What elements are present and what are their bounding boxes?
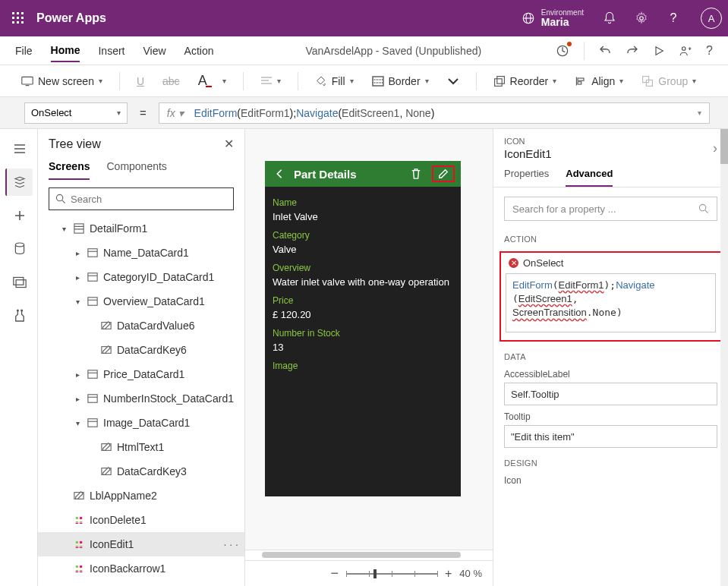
chevron-icon[interactable]: ▾ bbox=[73, 419, 82, 427]
formula-expand-icon[interactable]: ▾ bbox=[698, 109, 701, 117]
zoom-bar: − + 40 % bbox=[245, 560, 493, 586]
props-search[interactable]: Search for a property ... bbox=[504, 197, 717, 221]
zoom-slider[interactable] bbox=[346, 573, 437, 575]
help-icon[interactable]: ? bbox=[666, 11, 681, 26]
props-tab-advanced[interactable]: Advanced bbox=[566, 168, 613, 187]
edit-icon[interactable] bbox=[435, 169, 452, 179]
tree-item-IconDelete1[interactable]: IconDelete1 bbox=[38, 508, 244, 532]
align-button[interactable]: Align▾ bbox=[569, 72, 629, 90]
font-color-button[interactable]: A▾ bbox=[192, 70, 232, 92]
tree-tab-screens[interactable]: Screens bbox=[49, 160, 90, 180]
more-format-button[interactable] bbox=[441, 74, 465, 89]
more-icon[interactable]: · · · bbox=[224, 538, 238, 550]
canvas-h-scrollbar[interactable] bbox=[245, 550, 493, 560]
chevron-icon[interactable]: ▾ bbox=[59, 225, 68, 233]
svg-point-41 bbox=[80, 517, 83, 520]
fill-label: Fill bbox=[332, 75, 345, 87]
help-menu-icon[interactable]: ? bbox=[706, 44, 713, 58]
menu-view[interactable]: View bbox=[143, 40, 165, 61]
tree-search-input[interactable] bbox=[71, 194, 227, 205]
property-dropdown[interactable]: OnSelect ▾ bbox=[24, 102, 128, 124]
environment-picker[interactable]: Environment Maria bbox=[522, 8, 584, 28]
props-v-scrollbar[interactable] bbox=[720, 129, 728, 586]
play-icon[interactable] bbox=[653, 45, 665, 57]
user-avatar[interactable]: A bbox=[701, 8, 722, 29]
redo-icon[interactable] bbox=[626, 44, 639, 58]
tree-item-IconBackarrow1[interactable]: IconBackarrow1 bbox=[38, 556, 244, 581]
chevron-icon[interactable]: ▾ bbox=[73, 298, 82, 306]
props-expand-icon[interactable]: › bbox=[713, 140, 717, 156]
tree-item-label: NumberInStock_DataCard1 bbox=[103, 392, 244, 405]
menu-home[interactable]: Home bbox=[51, 39, 80, 62]
align-text-button[interactable]: ▾ bbox=[254, 73, 287, 90]
app-checker-icon[interactable] bbox=[555, 43, 570, 58]
menu-insert[interactable]: Insert bbox=[98, 40, 124, 61]
zoom-out-icon[interactable]: − bbox=[331, 566, 339, 581]
svg-point-27 bbox=[56, 194, 62, 200]
rail-media-icon[interactable] bbox=[5, 269, 33, 296]
undo-icon[interactable] bbox=[598, 44, 612, 58]
rail-data-icon[interactable] bbox=[5, 235, 33, 263]
tree-item-HtmlText1[interactable]: HtmlText1 bbox=[38, 435, 244, 459]
tree-item-DataCardKey6[interactable]: DataCardKey6 bbox=[38, 338, 244, 362]
onselect-editor[interactable]: EditForm(EditForm1);Navigate(EditScreen1… bbox=[506, 273, 716, 332]
chevron-icon[interactable]: ▸ bbox=[73, 273, 82, 282]
tree-tab-components[interactable]: Components bbox=[106, 160, 166, 180]
notifications-icon[interactable] bbox=[602, 11, 617, 26]
rail-hamburger-icon[interactable] bbox=[5, 135, 33, 162]
app-header: Power Apps Environment Maria ? A bbox=[0, 0, 728, 36]
tree-item-Name_DataCard1[interactable]: ▸Name_DataCard1 bbox=[38, 241, 244, 265]
chevron-icon[interactable]: ▸ bbox=[73, 249, 82, 257]
tree-close-icon[interactable]: ✕ bbox=[224, 137, 234, 151]
control-icon bbox=[100, 344, 112, 356]
border-button[interactable]: Border▾ bbox=[366, 72, 435, 90]
reorder-label: Reorder bbox=[510, 75, 549, 87]
rail-advanced-icon[interactable] bbox=[5, 302, 33, 329]
tree-item-NumberInStock_DataCard1[interactable]: ▸NumberInStock_DataCard1 bbox=[38, 386, 244, 411]
tree-item-label: IconEdit1 bbox=[90, 538, 224, 550]
accessiblelabel-input[interactable]: Self.Tooltip bbox=[504, 383, 717, 405]
tree-item-RectQuickActionBar2[interactable]: RectQuickActionBar2 bbox=[38, 581, 244, 586]
rail-treeview-icon[interactable] bbox=[5, 169, 33, 196]
app-launcher-icon[interactable] bbox=[6, 6, 30, 30]
settings-icon[interactable] bbox=[634, 11, 649, 26]
svg-point-11 bbox=[640, 17, 644, 20]
chevron-icon[interactable]: ▸ bbox=[73, 395, 82, 403]
new-screen-button[interactable]: New screen ▾ bbox=[15, 72, 109, 90]
back-icon[interactable] bbox=[271, 169, 288, 179]
menu-file[interactable]: File bbox=[15, 40, 33, 61]
group-button[interactable]: Group▾ bbox=[635, 72, 702, 90]
rail-insert-icon[interactable] bbox=[5, 202, 33, 229]
new-screen-label: New screen bbox=[38, 75, 94, 87]
tree-item-Price_DataCard1[interactable]: ▸Price_DataCard1 bbox=[38, 362, 244, 386]
align-label: Align bbox=[591, 75, 615, 87]
tree-item-CategoryID_DataCard1[interactable]: ▸CategoryID_DataCard1 bbox=[38, 265, 244, 289]
formula-input[interactable]: fx ▾ EditForm(EditForm1);Navigate(EditSc… bbox=[159, 102, 710, 124]
tree-item-Overview_DataCard1[interactable]: ▾Overview_DataCard1 bbox=[38, 289, 244, 313]
props-tab-properties[interactable]: Properties bbox=[504, 168, 549, 187]
zoom-in-icon[interactable]: + bbox=[445, 567, 452, 581]
props-type-label: ICON bbox=[504, 137, 552, 146]
zoom-value: 40 % bbox=[459, 568, 482, 579]
reorder-button[interactable]: Reorder▾ bbox=[487, 72, 563, 90]
tree-item-DataCardKey3[interactable]: DataCardKey3 bbox=[38, 459, 244, 484]
share-icon[interactable] bbox=[679, 44, 692, 58]
tree-item-LblAppName2[interactable]: LblAppName2 bbox=[38, 484, 244, 508]
screen-title: Part Details bbox=[294, 168, 402, 181]
svg-rect-15 bbox=[373, 77, 383, 86]
underline-button[interactable]: U bbox=[131, 72, 150, 90]
tree-item-IconEdit1[interactable]: IconEdit1· · · bbox=[38, 532, 244, 556]
delete-icon[interactable] bbox=[408, 168, 424, 180]
tree-search[interactable] bbox=[49, 187, 234, 210]
tree-item-Image_DataCard1[interactable]: ▾Image_DataCard1 bbox=[38, 411, 244, 435]
tree-item-DetailForm1[interactable]: ▾DetailForm1 bbox=[38, 216, 244, 241]
tooltip-input[interactable]: "Edit this item" bbox=[504, 425, 717, 448]
chevron-icon[interactable]: ▸ bbox=[73, 370, 82, 379]
strikethrough-button[interactable]: abc bbox=[156, 72, 186, 90]
group-label: Group bbox=[658, 75, 688, 87]
menu-action[interactable]: Action bbox=[184, 40, 214, 61]
fill-button[interactable]: Fill▾ bbox=[309, 72, 360, 90]
svg-rect-17 bbox=[496, 76, 504, 83]
field-label: Name bbox=[273, 197, 453, 208]
tree-item-DataCardValue6[interactable]: DataCardValue6 bbox=[38, 313, 244, 338]
